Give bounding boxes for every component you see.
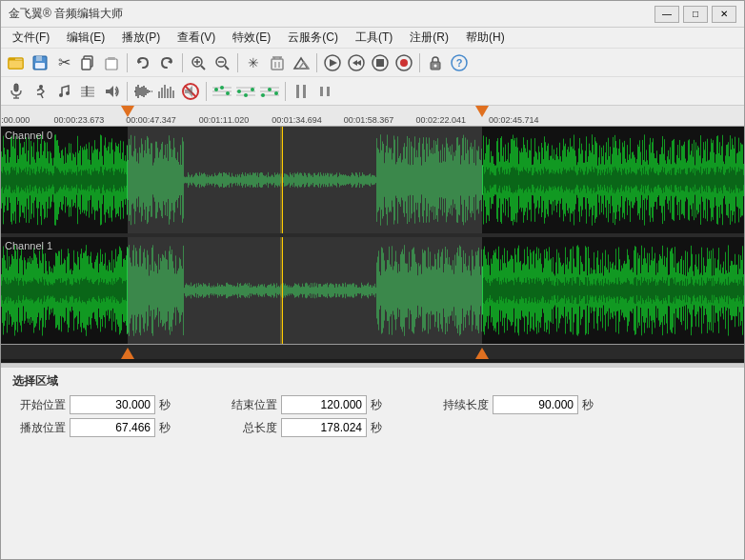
- svg-marker-27: [299, 62, 309, 69]
- open-button[interactable]: [5, 51, 28, 74]
- menu-register[interactable]: 注册(R): [402, 28, 456, 48]
- menu-cloud[interactable]: 云服务(C): [280, 28, 346, 48]
- toolbar2: [1, 77, 744, 106]
- sep5: [419, 53, 420, 72]
- menu-play[interactable]: 播放(P): [114, 28, 168, 48]
- app-title: 金飞翼® 音频编辑大师: [9, 6, 123, 22]
- info-row-2: 播放位置 67.466 秒 总长度 178.024 秒: [12, 418, 733, 437]
- duration-value[interactable]: 90.000: [493, 395, 578, 414]
- svg-rect-65: [164, 85, 166, 98]
- volume-button[interactable]: [100, 80, 123, 103]
- save-button[interactable]: [29, 51, 51, 74]
- sep3: [237, 53, 238, 72]
- start-pos-label: 开始位置: [12, 397, 66, 413]
- channel-1[interactable]: Channel 1: [1, 237, 744, 344]
- copy-button[interactable]: [76, 51, 99, 74]
- ruler-bottom: [1, 344, 744, 359]
- sep8: [285, 82, 286, 101]
- svg-point-82: [244, 93, 248, 97]
- svg-marker-29: [330, 59, 337, 67]
- mute-button[interactable]: [179, 80, 202, 103]
- waveform-canvas-ch0: [1, 127, 744, 233]
- duration-label: 持续长度: [435, 397, 489, 413]
- svg-point-87: [261, 93, 265, 97]
- redo-button[interactable]: [155, 51, 178, 74]
- eq-button[interactable]: [211, 80, 233, 103]
- menu-fx[interactable]: 特效(E): [225, 28, 278, 48]
- svg-point-88: [268, 88, 272, 91]
- lock-button[interactable]: [424, 51, 447, 74]
- ruler-top: [1, 106, 744, 127]
- record-button[interactable]: [393, 51, 415, 74]
- channel0-label: Channel 0: [5, 130, 52, 141]
- svg-rect-67: [170, 87, 171, 98]
- sep2: [182, 53, 183, 72]
- play-button[interactable]: [321, 51, 344, 74]
- waveform-container[interactable]: 00:00:00.000 00:00:23.673 00:00:47.347 0…: [1, 106, 744, 363]
- menu-tools[interactable]: 工具(T): [348, 28, 400, 48]
- zoom-in-button[interactable]: [187, 51, 210, 74]
- sep6: [127, 82, 128, 101]
- run-button[interactable]: [29, 80, 51, 103]
- svg-line-18: [225, 66, 229, 70]
- svg-rect-92: [320, 87, 323, 96]
- help-button[interactable]: ?: [448, 51, 471, 74]
- mixer2-button[interactable]: [258, 80, 281, 103]
- svg-point-38: [434, 64, 437, 67]
- svg-point-46: [59, 93, 63, 97]
- svg-rect-10: [108, 57, 115, 60]
- play-pos-value[interactable]: 67.466: [70, 418, 155, 437]
- toolbar1: ✂ ✳ ?: [1, 49, 744, 77]
- zoom-out-button[interactable]: [211, 51, 233, 74]
- total-len-unit: 秒: [371, 420, 390, 436]
- info-row-1: 开始位置 30.000 秒 结束位置 120.000 秒 持续长度 90.000…: [12, 395, 733, 414]
- svg-rect-64: [161, 88, 163, 98]
- channel-0[interactable]: Channel 0: [1, 127, 744, 233]
- svg-point-47: [66, 91, 70, 95]
- menu-edit[interactable]: 编辑(E): [59, 28, 112, 48]
- end-marker-top[interactable]: [475, 106, 489, 117]
- svg-point-36: [400, 59, 408, 67]
- delete-button[interactable]: [266, 51, 289, 74]
- selection-section-label: 选择区域: [12, 373, 733, 390]
- total-len-value[interactable]: 178.024: [281, 418, 367, 437]
- spectrum-button[interactable]: [155, 80, 178, 103]
- start-pos-value[interactable]: 30.000: [70, 395, 155, 414]
- close-button[interactable]: ✕: [712, 6, 736, 23]
- svg-rect-7: [82, 59, 91, 70]
- waveform-button[interactable]: [131, 80, 154, 103]
- svg-rect-5: [35, 63, 45, 69]
- svg-rect-41: [14, 84, 18, 91]
- mixer-button[interactable]: [234, 80, 257, 103]
- undo-button[interactable]: [131, 51, 154, 74]
- minimize-button[interactable]: —: [654, 6, 679, 23]
- menu-help[interactable]: 帮助(H): [458, 28, 513, 48]
- maximize-button[interactable]: □: [683, 6, 708, 23]
- svg-line-14: [201, 66, 205, 70]
- end-marker-bottom[interactable]: [475, 348, 489, 359]
- waveform-canvas-ch1: [1, 237, 744, 344]
- stop-button[interactable]: [369, 51, 392, 74]
- svg-rect-4: [36, 56, 42, 61]
- start-marker-bottom[interactable]: [121, 348, 134, 359]
- cut-button[interactable]: ✂: [52, 51, 75, 74]
- rewind-button[interactable]: [345, 51, 368, 74]
- mountain-button[interactable]: [290, 51, 312, 74]
- svg-marker-52: [106, 86, 113, 97]
- menu-file[interactable]: 文件(F): [5, 28, 57, 48]
- paste-button[interactable]: [100, 51, 123, 74]
- score-button[interactable]: [76, 80, 99, 103]
- info-panel: 选择区域 开始位置 30.000 秒 结束位置 120.000 秒 持续长度 9…: [1, 367, 744, 447]
- svg-rect-68: [172, 90, 174, 98]
- svg-rect-2: [9, 60, 23, 69]
- end-pos-value[interactable]: 120.000: [281, 395, 367, 414]
- pause2-btn[interactable]: [313, 80, 336, 103]
- svg-point-81: [237, 90, 241, 93]
- pause-btn[interactable]: [290, 80, 312, 103]
- menu-view[interactable]: 查看(V): [170, 28, 223, 48]
- mic-button[interactable]: [5, 80, 28, 103]
- sparkle-button[interactable]: ✳: [242, 51, 265, 74]
- music-note-button[interactable]: [52, 80, 75, 103]
- end-pos-unit: 秒: [371, 397, 390, 413]
- start-marker-top[interactable]: [121, 106, 134, 117]
